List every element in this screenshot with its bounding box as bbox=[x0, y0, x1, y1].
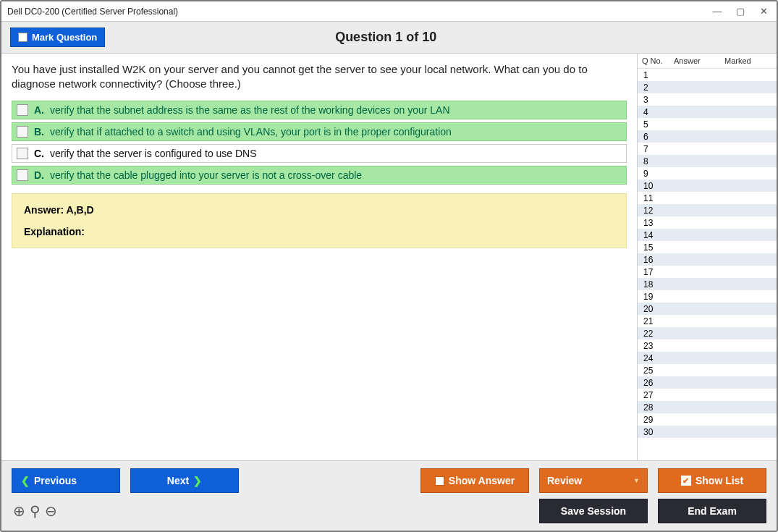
main-panel: You have just installed W2K on your serv… bbox=[1, 54, 637, 460]
chevron-down-icon: ▼ bbox=[633, 477, 640, 484]
mark-question-button[interactable]: Mark Question bbox=[10, 28, 105, 47]
zoom-in-icon[interactable]: ⊕ bbox=[13, 502, 25, 520]
choice-row[interactable]: A. verify that the subnet address is the… bbox=[12, 101, 627, 119]
choice-row[interactable]: B. verify that if attached to a switch a… bbox=[12, 122, 627, 141]
question-list-row[interactable]: 4 bbox=[638, 106, 777, 118]
question-list-row[interactable]: 10 bbox=[638, 180, 777, 192]
header-bar: Mark Question Question 1 of 10 bbox=[1, 22, 777, 54]
question-list-row[interactable]: 26 bbox=[638, 376, 777, 389]
question-list-row[interactable]: 19 bbox=[638, 290, 777, 303]
body: You have just installed W2K on your serv… bbox=[1, 54, 777, 460]
chevron-left-icon: ❮ bbox=[21, 475, 30, 486]
choice-text: verify that the subnet address is the sa… bbox=[50, 104, 450, 116]
maximize-icon[interactable]: ▢ bbox=[733, 6, 748, 17]
question-list-row[interactable]: 17 bbox=[638, 266, 777, 278]
review-button[interactable]: Review ▼ bbox=[539, 468, 648, 493]
question-list-row[interactable]: 28 bbox=[638, 401, 777, 413]
question-list-row[interactable]: 8 bbox=[638, 155, 777, 167]
question-list-row[interactable]: 6 bbox=[638, 130, 777, 143]
question-text: You have just installed W2K on your serv… bbox=[12, 62, 627, 92]
question-list-row[interactable]: 23 bbox=[638, 339, 777, 352]
titlebar: Dell DC0-200 (Certified Server Professio… bbox=[1, 1, 777, 22]
choice-checkbox[interactable] bbox=[17, 126, 28, 138]
question-list-row[interactable]: 15 bbox=[638, 241, 777, 253]
show-list-button[interactable]: ✔ Show List bbox=[658, 468, 766, 493]
question-list-row[interactable]: 11 bbox=[638, 192, 777, 204]
previous-button[interactable]: ❮ Previous bbox=[12, 468, 120, 493]
question-list-row[interactable]: 25 bbox=[638, 364, 777, 376]
choice-checkbox[interactable] bbox=[17, 104, 28, 116]
question-list[interactable]: 1234567891011121314151617181920212223242… bbox=[638, 69, 777, 460]
choice-letter: D. bbox=[34, 169, 44, 181]
question-list-row[interactable]: 1 bbox=[638, 69, 777, 81]
end-exam-button[interactable]: End Exam bbox=[658, 499, 766, 523]
window-title: Dell DC0-200 (Certified Server Professio… bbox=[7, 7, 178, 17]
footer: ❮ Previous Next ❯ Show Answer Review ▼ ✔… bbox=[1, 460, 777, 531]
question-list-row[interactable]: 2 bbox=[638, 81, 777, 93]
app-window: Dell DC0-200 (Certified Server Professio… bbox=[0, 0, 778, 532]
question-list-row[interactable]: 5 bbox=[638, 118, 777, 130]
window-controls: — ▢ ✕ bbox=[710, 6, 771, 17]
question-heading: Question 1 of 10 bbox=[105, 30, 667, 45]
explanation-label: Explanation: bbox=[24, 226, 614, 237]
question-list-row[interactable]: 12 bbox=[638, 204, 777, 216]
footer-row-1: ❮ Previous Next ❯ Show Answer Review ▼ ✔… bbox=[12, 468, 766, 493]
choice-text: verify that if attached to a switch and … bbox=[50, 126, 452, 138]
mark-checkbox-icon bbox=[18, 33, 28, 42]
close-icon[interactable]: ✕ bbox=[756, 6, 771, 17]
zoom-reset-icon[interactable]: ⚲ bbox=[30, 502, 41, 520]
choices-list: A. verify that the subnet address is the… bbox=[12, 101, 627, 185]
question-list-row[interactable]: 18 bbox=[638, 278, 777, 290]
show-answer-button[interactable]: Show Answer bbox=[420, 468, 529, 493]
choice-letter: C. bbox=[34, 148, 44, 159]
choice-row[interactable]: D. verify that the cable plugged into yo… bbox=[12, 166, 627, 185]
answer-box: Answer: A,B,D Explanation: bbox=[12, 193, 627, 248]
minimize-icon[interactable]: — bbox=[710, 6, 724, 17]
show-list-check-icon: ✔ bbox=[681, 476, 691, 486]
question-list-row[interactable]: 21 bbox=[638, 315, 777, 327]
question-list-row[interactable]: 30 bbox=[638, 426, 777, 438]
question-list-row[interactable]: 16 bbox=[638, 253, 777, 266]
question-list-row[interactable]: 14 bbox=[638, 229, 777, 241]
save-session-button[interactable]: Save Session bbox=[539, 499, 648, 523]
choice-checkbox[interactable] bbox=[17, 148, 28, 159]
question-list-row[interactable]: 27 bbox=[638, 389, 777, 401]
question-list-row[interactable]: 20 bbox=[638, 303, 777, 315]
show-answer-checkbox-icon bbox=[435, 476, 444, 486]
choice-letter: B. bbox=[34, 126, 44, 138]
col-answer: Answer bbox=[674, 56, 724, 65]
answer-line: Answer: A,B,D bbox=[24, 204, 614, 216]
sidebar-header: Q No. Answer Marked bbox=[638, 54, 777, 69]
mark-question-label: Mark Question bbox=[32, 32, 97, 43]
zoom-out-icon[interactable]: ⊖ bbox=[45, 502, 57, 520]
col-qno: Q No. bbox=[642, 56, 674, 65]
question-list-row[interactable]: 29 bbox=[638, 413, 777, 426]
choice-checkbox[interactable] bbox=[17, 169, 28, 181]
next-button[interactable]: Next ❯ bbox=[130, 468, 239, 493]
question-list-row[interactable]: 13 bbox=[638, 216, 777, 229]
question-list-row[interactable]: 3 bbox=[638, 93, 777, 106]
col-marked: Marked bbox=[724, 56, 772, 65]
footer-row-2: ⊕ ⚲ ⊖ Save Session End Exam bbox=[12, 499, 766, 523]
question-list-row[interactable]: 9 bbox=[638, 167, 777, 180]
question-list-row[interactable]: 7 bbox=[638, 143, 777, 155]
question-list-sidebar: Q No. Answer Marked 12345678910111213141… bbox=[637, 54, 777, 460]
zoom-controls: ⊕ ⚲ ⊖ bbox=[12, 502, 57, 520]
chevron-right-icon: ❯ bbox=[193, 475, 202, 486]
question-list-row[interactable]: 22 bbox=[638, 327, 777, 339]
choice-text: verify that the server is configured to … bbox=[50, 148, 257, 159]
choice-letter: A. bbox=[34, 104, 44, 116]
choice-row[interactable]: C. verify that the server is configured … bbox=[12, 144, 627, 163]
choice-text: verify that the cable plugged into your … bbox=[50, 169, 362, 181]
question-list-row[interactable]: 24 bbox=[638, 352, 777, 364]
